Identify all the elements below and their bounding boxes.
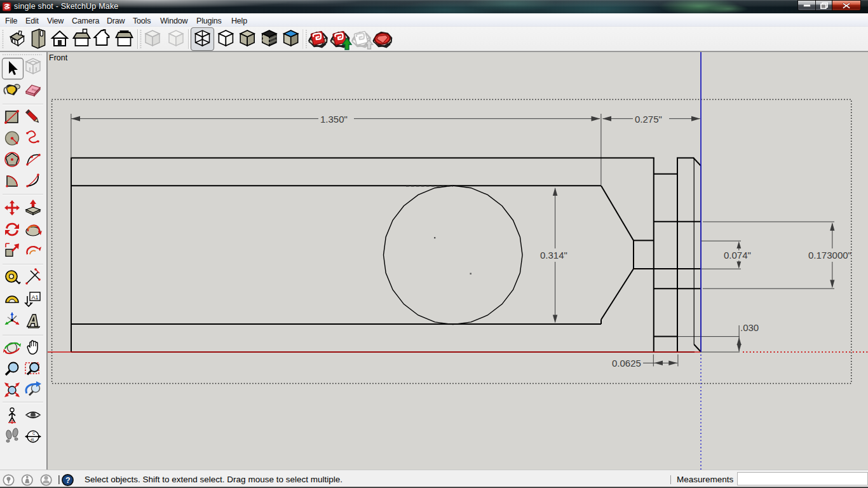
svg-text:A1: A1 — [32, 294, 39, 301]
svg-text:0.314": 0.314" — [540, 250, 567, 261]
svg-text:.030: .030 — [740, 322, 759, 333]
svg-text:45: 45 — [31, 438, 34, 442]
svg-text:0.275": 0.275" — [635, 114, 662, 125]
svg-text:?: ? — [65, 476, 71, 485]
svg-text:C: C — [32, 431, 36, 435]
svg-text:Front: Front — [49, 53, 68, 62]
svg-text:0.074": 0.074" — [724, 250, 751, 261]
svg-text:0.173000": 0.173000" — [808, 250, 851, 261]
svg-text:0.0625: 0.0625 — [612, 358, 641, 369]
svg-text:1.350": 1.350" — [320, 114, 348, 125]
